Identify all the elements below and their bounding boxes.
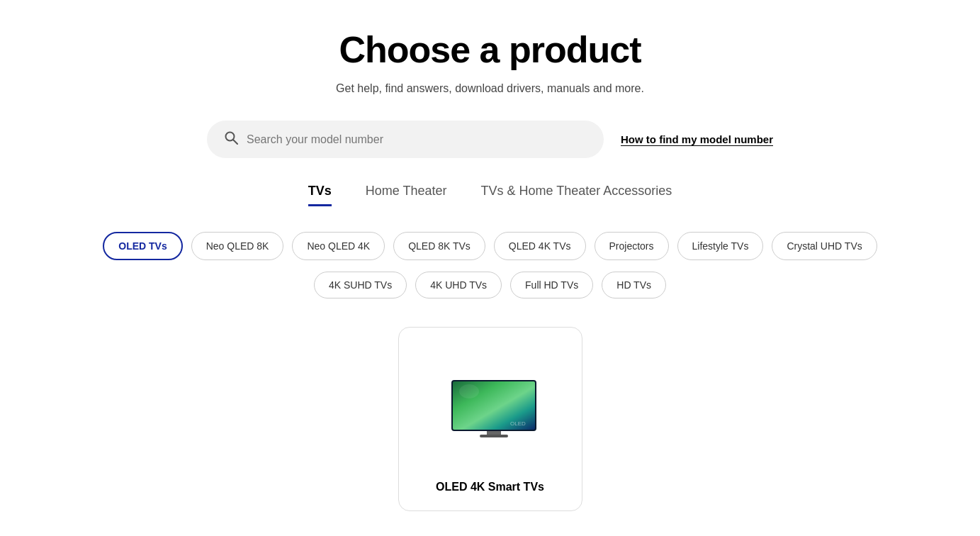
svg-rect-6	[487, 431, 501, 435]
product-label-oled-4k: OLED 4K Smart TVs	[436, 481, 544, 493]
filter-4k-suhd-tvs[interactable]: 4K SUHD TVs	[314, 272, 407, 298]
tabs-row: TVs Home Theater TVs & Home Theater Acce…	[308, 184, 672, 206]
tab-tvs[interactable]: TVs	[308, 184, 332, 206]
tab-home-theater[interactable]: Home Theater	[366, 184, 447, 206]
filter-row-2: 4K SUHD TVs 4K UHD TVs Full HD TVs HD TV…	[314, 272, 666, 298]
model-number-link[interactable]: How to find my model number	[621, 133, 773, 145]
filter-4k-uhd-tvs[interactable]: 4K UHD TVs	[415, 272, 502, 298]
page-title: Choose a product	[339, 28, 641, 71]
page-subtitle: Get help, find answers, download drivers…	[336, 82, 644, 95]
filter-qled-4k-tvs[interactable]: QLED 4K TVs	[494, 232, 586, 260]
filter-qled-8k-tvs[interactable]: QLED 8K TVs	[393, 232, 485, 260]
search-bar	[207, 121, 604, 158]
search-input[interactable]	[247, 133, 587, 146]
filter-full-hd-tvs[interactable]: Full HD TVs	[510, 272, 593, 298]
tab-accessories[interactable]: TVs & Home Theater Accessories	[480, 184, 672, 206]
filter-oled-tvs[interactable]: OLED TVs	[103, 232, 182, 260]
search-row: How to find my model number	[0, 121, 980, 158]
filter-neo-qled-8k[interactable]: Neo QLED 8K	[191, 232, 284, 260]
svg-line-1	[233, 140, 237, 145]
filter-neo-qled-4k[interactable]: Neo QLED 4K	[292, 232, 385, 260]
filter-hd-tvs[interactable]: HD TVs	[602, 272, 666, 298]
tv-illustration: OLED	[448, 379, 533, 435]
search-icon	[224, 130, 238, 148]
svg-point-4	[459, 384, 479, 398]
product-card-oled-4k[interactable]: OLED OLED 4K Smart TVs	[398, 327, 582, 511]
filter-row-1: OLED TVs Neo QLED 8K Neo QLED 4K QLED 8K…	[103, 232, 877, 260]
svg-text:OLED: OLED	[510, 420, 526, 427]
filter-projectors[interactable]: Projectors	[595, 232, 669, 260]
page-container: Choose a product Get help, find answers,…	[0, 0, 980, 511]
products-grid: OLED OLED 4K Smart TVs	[0, 327, 980, 511]
svg-point-0	[225, 133, 234, 141]
filter-lifestyle-tvs[interactable]: Lifestyle TVs	[677, 232, 764, 260]
svg-rect-7	[480, 435, 508, 437]
product-image-area: OLED	[410, 345, 570, 469]
filter-crystal-uhd-tvs[interactable]: Crystal UHD TVs	[772, 232, 877, 260]
filters-section: OLED TVs Neo QLED 8K Neo QLED 4K QLED 8K…	[0, 232, 980, 298]
